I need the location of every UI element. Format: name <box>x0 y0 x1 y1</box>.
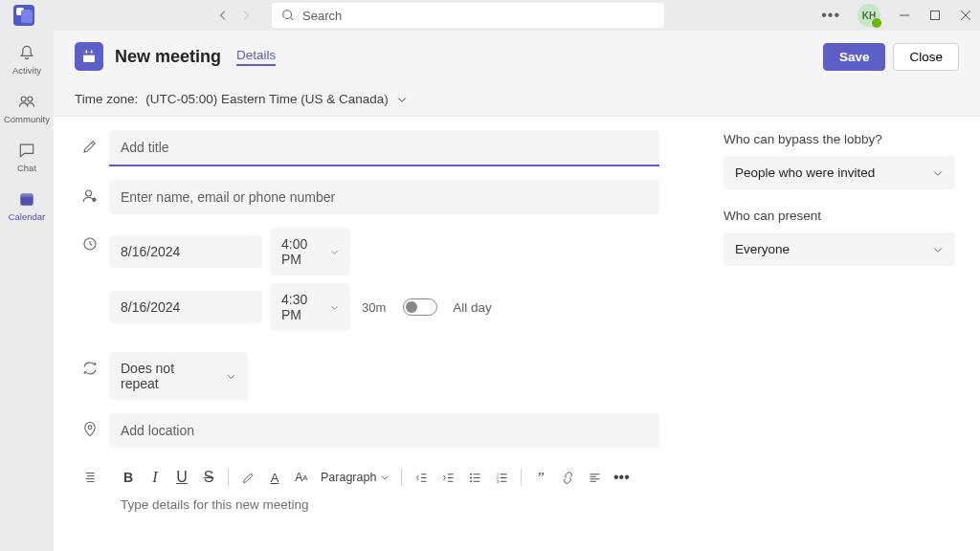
chevron-down-icon <box>396 94 408 105</box>
back-icon[interactable] <box>216 9 230 22</box>
rail-chat[interactable]: Chat <box>0 136 54 177</box>
chevron-down-icon <box>330 247 339 257</box>
svg-rect-1 <box>931 11 940 20</box>
font-color-icon[interactable]: A <box>267 470 282 485</box>
svg-point-15 <box>470 476 472 478</box>
maximize-icon[interactable] <box>928 9 942 22</box>
link-icon[interactable] <box>560 470 575 485</box>
rail-activity[interactable]: Activity <box>0 38 54 79</box>
chevron-down-icon <box>226 371 236 382</box>
start-time-input[interactable]: 4:00 PM <box>270 228 350 276</box>
calendar-icon <box>16 188 37 209</box>
bell-icon <box>16 42 37 63</box>
minimize-icon[interactable] <box>898 9 911 22</box>
meeting-options-panel: Who can bypass the lobby? People who wer… <box>724 117 980 551</box>
svg-point-16 <box>470 480 472 482</box>
svg-point-10 <box>86 190 92 196</box>
svg-point-0 <box>283 11 292 19</box>
indent-icon[interactable] <box>440 470 456 485</box>
search-icon <box>281 9 295 22</box>
start-date-input[interactable]: 8/16/2024 <box>109 235 262 268</box>
location-input[interactable] <box>109 413 659 448</box>
close-button[interactable]: Close <box>893 43 959 71</box>
overflow-icon[interactable]: ••• <box>613 470 629 485</box>
recurrence-select[interactable]: Does not repeat <box>109 352 248 400</box>
pencil-icon <box>71 130 109 155</box>
more-icon[interactable]: ••• <box>821 7 840 24</box>
allday-label: All day <box>453 300 492 315</box>
strike-icon[interactable]: S <box>201 470 216 485</box>
details-editor[interactable]: Type details for this new meeting <box>109 494 695 551</box>
chevron-down-icon <box>330 302 339 313</box>
app-rail: Activity Community Chat Calendar <box>0 31 54 551</box>
attendees-input[interactable] <box>109 180 659 214</box>
quote-icon[interactable]: ” <box>533 470 548 485</box>
italic-icon[interactable]: I <box>147 470 163 485</box>
location-icon <box>71 413 109 438</box>
recurrence-icon <box>71 352 109 377</box>
title-input[interactable] <box>109 130 659 166</box>
underline-icon[interactable]: U <box>174 470 189 485</box>
svg-rect-9 <box>91 50 92 53</box>
page-title: New meeting <box>115 47 221 67</box>
lobby-label: Who can bypass the lobby? <box>724 132 959 146</box>
avatar[interactable]: KH <box>858 4 880 27</box>
svg-text:3: 3 <box>497 479 499 483</box>
chevron-down-icon <box>932 167 944 179</box>
rail-calendar[interactable]: Calendar <box>0 185 54 226</box>
chevron-down-icon <box>380 473 390 482</box>
present-label: Who can present <box>724 209 959 223</box>
svg-point-2 <box>21 97 26 101</box>
svg-point-14 <box>470 473 472 474</box>
search-placeholder: Search <box>302 9 342 23</box>
title-bar: Search ••• KH <box>0 0 980 31</box>
svg-rect-7 <box>83 52 95 55</box>
end-time-input[interactable]: 4:30 PM <box>270 283 350 331</box>
save-button[interactable]: Save <box>823 43 886 71</box>
clock-icon <box>71 228 109 253</box>
rte-toolbar: B I U S A AA Paragraph <box>109 461 695 494</box>
allday-toggle[interactable] <box>403 298 437 316</box>
timezone-selector[interactable]: Time zone: (UTC-05:00) Eastern Time (US … <box>54 82 980 117</box>
close-window-icon[interactable] <box>959 9 972 22</box>
svg-rect-5 <box>20 193 33 196</box>
tab-details[interactable]: Details <box>236 48 276 66</box>
highlight-icon[interactable] <box>240 470 256 485</box>
meeting-thumb-icon <box>75 42 103 71</box>
chat-icon <box>16 140 37 161</box>
bulleted-list-icon[interactable] <box>467 470 482 485</box>
svg-point-3 <box>28 97 33 101</box>
bold-icon[interactable]: B <box>121 470 136 485</box>
lobby-select[interactable]: People who were invited <box>724 156 955 189</box>
svg-point-13 <box>88 426 92 430</box>
people-icon <box>16 91 37 112</box>
page-header: New meeting Details Save Close <box>54 31 980 82</box>
duration-label: 30m <box>362 300 386 315</box>
present-select[interactable]: Everyone <box>724 232 955 266</box>
description-icon <box>71 461 109 486</box>
teams-logo-icon <box>13 5 34 26</box>
chevron-down-icon <box>932 244 944 255</box>
end-date-input[interactable]: 8/16/2024 <box>109 291 262 323</box>
paragraph-select[interactable]: Paragraph <box>321 471 390 484</box>
search-input[interactable]: Search <box>272 3 664 28</box>
meeting-form: 8/16/2024 4:00 PM 8/16/2024 4:30 PM 30m … <box>54 117 724 551</box>
align-icon[interactable] <box>587 470 602 485</box>
numbered-list-icon[interactable]: 123 <box>494 470 509 485</box>
outdent-icon[interactable] <box>413 470 429 485</box>
attendees-icon <box>71 180 109 205</box>
rail-community[interactable]: Community <box>0 87 54 128</box>
forward-icon[interactable] <box>239 9 253 22</box>
font-size-icon[interactable]: AA <box>294 470 309 485</box>
svg-rect-8 <box>86 50 87 53</box>
